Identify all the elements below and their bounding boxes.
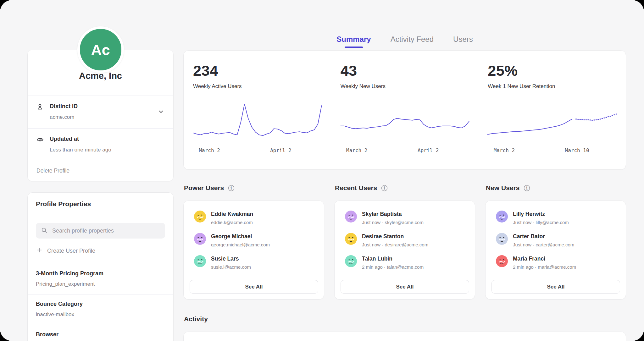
property-name: Browser: [36, 331, 165, 338]
user-row[interactable]: Carter Bator Just now · carter@acme.com: [496, 233, 620, 247]
user-meta: Just now · lilly@acme.com: [513, 220, 569, 225]
user-avatar: [345, 233, 357, 245]
user-row[interactable]: Desirae Stanton Just now · desirare@acme…: [345, 233, 469, 247]
info-icon[interactable]: i: [228, 184, 235, 192]
activity-title: Activity: [184, 315, 626, 323]
new-users-title: New Users: [486, 184, 519, 192]
user-meta: 2 min ago · talan@acme.com: [362, 264, 424, 270]
search-profile-properties[interactable]: [36, 223, 165, 239]
tab-activity-feed[interactable]: Activity Feed: [381, 35, 443, 50]
stat-value: 25%: [488, 62, 616, 79]
create-user-profile-button[interactable]: Create User Profile: [36, 239, 165, 264]
stat-label: Weekly Active Users: [193, 83, 322, 90]
main-content: Summary Activity Feed Users 234 Weekly A…: [183, 0, 626, 341]
retention-sparkline: [488, 101, 616, 142]
svg-text:i: i: [526, 185, 528, 190]
user-row[interactable]: Talan Lubin 2 min ago · talan@acme.com: [345, 255, 469, 270]
info-icon[interactable]: i: [381, 184, 388, 192]
profile-properties-title: Profile Properties: [28, 193, 173, 215]
company-avatar: Ac: [77, 26, 124, 73]
user-row[interactable]: Susie Lars susie.l@acme.com: [194, 255, 318, 270]
profile-properties-card: Profile Properties Create User Profile: [27, 192, 174, 341]
plus-icon: [36, 247, 42, 255]
property-name: 3-Month Pricing Program: [36, 270, 165, 277]
see-all-button[interactable]: See All: [190, 280, 318, 294]
user-name: Skylar Baptista: [362, 211, 424, 217]
new-users-section: New Users i Lilly Herwitz Just: [485, 184, 626, 300]
user-email: susie.l@acme.com: [211, 264, 251, 270]
search-icon: [41, 227, 47, 235]
recent-users-section: Recent Users i Skylar Baptista: [334, 184, 475, 300]
distinct-id-value: acme.com: [50, 114, 78, 120]
see-all-button[interactable]: See All: [341, 280, 469, 294]
user-avatar: [496, 233, 508, 245]
activity-card: 234 240 3.4k: [183, 332, 626, 341]
property-row[interactable]: Browser Chrome: [28, 325, 173, 341]
x-tick: March 10: [565, 147, 589, 153]
property-row[interactable]: Bounce Category inactive-mailbox: [28, 294, 173, 325]
user-meta: Just now · carter@acme.com: [513, 242, 574, 247]
user-avatar: [194, 255, 206, 267]
x-tick: March 2: [346, 147, 367, 153]
user-avatar: [496, 255, 508, 267]
user-avatar: [194, 233, 206, 245]
user-avatar: [496, 211, 508, 223]
user-name: Maria Franci: [513, 255, 576, 262]
user-email: george.michael@acme.com: [211, 242, 270, 247]
weekly-new-users-sparkline: [341, 101, 469, 142]
user-row[interactable]: Lilly Herwitz Just now · lilly@acme.com: [496, 211, 620, 225]
stat-weekly-active-users: 234 Weekly Active Users March 2 April 2: [184, 51, 331, 169]
tab-summary[interactable]: Summary: [327, 35, 380, 50]
user-meta: Just now · skyler@acme.com: [362, 220, 424, 225]
user-name: Talan Lubin: [362, 255, 424, 262]
see-all-button[interactable]: See All: [491, 280, 620, 294]
user-name: Carter Bator: [513, 233, 574, 240]
updated-at-row: Updated at Less than one minute ago: [28, 128, 173, 161]
x-tick: April 2: [270, 147, 291, 153]
profile-properties-body: Create User Profile: [28, 215, 173, 264]
property-value: Pricing_plan_experiment: [36, 281, 165, 287]
user-row[interactable]: George Michael george.michael@acme.com: [194, 233, 318, 247]
eye-icon: [36, 136, 45, 153]
stat-label: Week 1 New User Retention: [488, 83, 616, 90]
stat-value: 234: [193, 62, 322, 79]
x-tick: April 2: [418, 147, 439, 153]
recent-users-title: Recent Users: [335, 184, 377, 192]
property-name: Bounce Category: [36, 301, 165, 307]
chevron-down-icon[interactable]: [157, 107, 165, 117]
user-avatar: [345, 255, 357, 267]
user-name: Eddie Kwakman: [211, 211, 253, 217]
weekly-active-users-sparkline: [193, 101, 322, 142]
info-icon[interactable]: i: [523, 184, 530, 192]
property-row[interactable]: 3-Month Pricing Program Pricing_plan_exp…: [28, 264, 173, 294]
distinct-id-row: Distinct ID acme.com: [28, 96, 173, 128]
recent-users-card: Skylar Baptista Just now · skyler@acme.c…: [334, 201, 475, 300]
new-users-card: Lilly Herwitz Just now · lilly@acme.com …: [485, 201, 626, 300]
person-icon: [36, 103, 45, 120]
user-meta: Just now · desirare@acme.com: [362, 242, 428, 247]
svg-text:i: i: [384, 185, 385, 190]
user-sections-row: Power Users i Eddie Kwakman edd: [183, 184, 626, 300]
user-row[interactable]: Maria Franci 2 min ago · maria@acme.com: [496, 255, 620, 270]
create-user-profile-label: Create User Profile: [47, 248, 95, 254]
user-row[interactable]: Skylar Baptista Just now · skyler@acme.c…: [345, 211, 469, 225]
power-users-title: Power Users: [184, 184, 224, 192]
user-name: Lilly Herwitz: [513, 211, 569, 217]
user-row[interactable]: Eddie Kwakman eddie.k@acme.com: [194, 211, 318, 225]
stat-weekly-new-users: 43 Weekly New Users March 2 April 2: [331, 51, 479, 169]
x-axis: March 2 April 2: [193, 147, 322, 156]
delete-profile-button[interactable]: Delete Profile: [28, 161, 173, 181]
user-email: eddie.k@acme.com: [211, 220, 253, 225]
power-users-section: Power Users i Eddie Kwakman edd: [183, 184, 324, 300]
user-meta: 2 min ago · maria@acme.com: [513, 264, 576, 270]
tab-bar: Summary Activity Feed Users: [183, 0, 626, 50]
tab-users[interactable]: Users: [443, 35, 483, 50]
x-axis: March 2 March 10: [488, 147, 616, 156]
svg-text:i: i: [230, 185, 232, 190]
x-axis: March 2 April 2: [341, 147, 469, 156]
activity-stat: 240: [331, 332, 479, 341]
user-name: Desirae Stanton: [362, 233, 428, 240]
search-input[interactable]: [52, 227, 160, 234]
property-value: inactive-mailbox: [36, 311, 165, 318]
user-avatar: [194, 211, 206, 223]
